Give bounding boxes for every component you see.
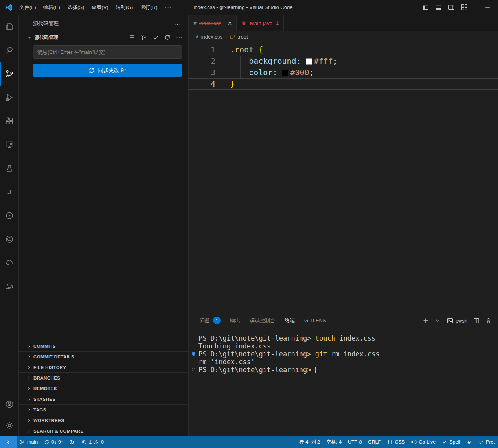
color-swatch-white[interactable] — [306, 58, 312, 65]
menu-item[interactable]: 运行(R) — [136, 2, 161, 13]
minimize-icon[interactable] — [484, 4, 491, 11]
gitlens-section-label: SEARCH & COMPARE — [33, 429, 84, 433]
gitlens-section-worktrees[interactable]: WORKTREES — [19, 415, 188, 426]
terminal-line[interactable]: PS D:\git\note\git-learning> touch index… — [189, 334, 498, 342]
gitlens-section-label: BRANCHES — [33, 376, 60, 380]
terminal-instance-item[interactable]: pwsh — [447, 317, 467, 324]
encoding-item[interactable]: UTF-8 — [345, 436, 365, 448]
code-line[interactable]: 1.root { — [189, 44, 498, 55]
command-decoration-dot[interactable] — [192, 352, 195, 356]
gitlens-section-tags[interactable]: TAGS — [19, 404, 188, 415]
problems-status-item[interactable]: 1 0 — [78, 436, 107, 448]
panel-tab-输出[interactable]: 输出 — [230, 313, 240, 328]
indentation-item[interactable]: 空格: 4 — [323, 436, 345, 448]
sync-status-item[interactable]: 0↓ 9↑ — [41, 436, 66, 448]
color-swatch-black[interactable] — [282, 70, 288, 76]
cloud-extension-icon[interactable] — [0, 275, 18, 298]
status-extension-icon[interactable] — [463, 436, 475, 448]
branch-status-item[interactable]: main — [17, 436, 41, 448]
scm-section-header[interactable]: 源代码管理 ··· — [19, 32, 188, 42]
commit-graph-status-item[interactable] — [66, 436, 78, 448]
source-control-icon[interactable] — [0, 62, 18, 86]
circle-extension-icon[interactable] — [0, 204, 18, 227]
sync-counts: 0↓ 9↑ — [51, 439, 63, 445]
eol-item[interactable]: CRLF — [365, 436, 384, 448]
breadcrumb-file[interactable]: index.css — [201, 34, 222, 40]
view-as-list-icon[interactable] — [129, 34, 135, 41]
breadcrumb-symbol[interactable]: .root — [238, 34, 248, 40]
settings-gear-icon[interactable] — [0, 415, 18, 436]
menu-item[interactable]: 转到(G) — [112, 2, 137, 13]
paw-icon — [467, 439, 472, 445]
tab-index-css[interactable]: # index.css × — [189, 15, 237, 31]
explorer-icon[interactable] — [0, 15, 18, 39]
token: background — [249, 56, 296, 66]
panel-tab-调试控制台[interactable]: 调试控制台 — [250, 313, 275, 328]
split-terminal-icon[interactable] — [473, 317, 480, 324]
refresh-icon[interactable] — [164, 34, 171, 41]
gitlens-section-remotes[interactable]: REMOTES — [19, 383, 188, 394]
tab-main-java[interactable]: Main.java 1 — [237, 15, 283, 31]
terminal-line[interactable]: rm 'index.css' — [189, 358, 498, 366]
extensions-icon[interactable] — [0, 109, 18, 133]
terminal-line[interactable]: Touching index.css — [189, 342, 498, 350]
code-line[interactable]: 2 background: #fff; — [189, 55, 498, 67]
terminal-line[interactable]: PS D:\git\note\git-learning> git rm inde… — [189, 350, 498, 358]
prettier-item[interactable]: Pret — [475, 436, 498, 448]
chevron-right-icon — [27, 365, 31, 370]
menu-item[interactable]: 选择(S) — [64, 2, 88, 13]
spell-checker-item[interactable]: Spell — [439, 436, 463, 448]
gitlens-section-stashes[interactable]: STASHES — [19, 394, 188, 404]
gitlens-section-file-history[interactable]: FILE HISTORY — [19, 362, 188, 372]
token — [254, 45, 258, 54]
terminal[interactable]: PS D:\git\note\git-learning> touch index… — [189, 328, 498, 436]
toggle-sidebar-icon[interactable] — [422, 4, 429, 11]
menu-item[interactable]: 编辑(E) — [40, 2, 64, 13]
command-decoration-circle[interactable] — [192, 368, 195, 371]
kill-terminal-trash-icon[interactable] — [485, 317, 492, 324]
terminal-text: PS D:\git\note\git-learning> — [198, 350, 315, 358]
close-icon[interactable]: × — [228, 20, 232, 27]
java-extension-icon[interactable]: J — [0, 180, 18, 204]
line-number: 3 — [189, 67, 215, 78]
gitlens-section-branches[interactable]: BRANCHES — [19, 372, 188, 383]
toggle-panel-icon[interactable] — [435, 4, 442, 11]
commit-graph-icon[interactable] — [141, 34, 147, 41]
panel-tab-终端[interactable]: 终端 — [285, 313, 295, 328]
account-icon[interactable] — [0, 394, 18, 415]
commit-check-icon[interactable] — [153, 34, 159, 41]
gitlens-section-search-compare[interactable]: SEARCH & COMPARE — [19, 426, 188, 436]
gitlens-section-commit-details[interactable]: COMMIT DETAILS — [19, 351, 188, 362]
testing-icon[interactable] — [0, 157, 18, 180]
menu-more-button[interactable]: ··· — [161, 4, 175, 11]
terminal-line[interactable]: PS D:\git\note\git-learning> — [189, 366, 498, 374]
new-terminal-icon[interactable] — [423, 317, 429, 324]
menu-item[interactable]: 文件(F) — [16, 2, 40, 13]
commit-message-input[interactable] — [33, 45, 182, 59]
launch-profile-chevron-icon[interactable] — [435, 317, 441, 324]
language-mode-item[interactable]: {} CSS — [384, 436, 408, 448]
scm-more-icon[interactable]: ··· — [176, 34, 183, 41]
toggle-secondary-sidebar-icon[interactable] — [448, 4, 455, 11]
remote-explorer-icon[interactable] — [0, 133, 18, 157]
gitlens-icon[interactable] — [0, 251, 18, 275]
panel-tab-问题[interactable]: 问题1 — [200, 313, 221, 328]
code-line[interactable]: 3 color: #000; — [189, 67, 498, 78]
search-icon[interactable] — [0, 39, 18, 62]
customize-layout-icon[interactable] — [461, 4, 468, 11]
chevron-right-icon — [27, 376, 31, 380]
go-live-item[interactable]: Go Live — [408, 436, 439, 448]
sidebar-more-actions-icon[interactable]: ··· — [174, 20, 181, 27]
gitlens-section-commits[interactable]: COMMITS — [19, 341, 188, 351]
cursor-position-item[interactable]: 行 4, 列 2 — [296, 436, 323, 448]
editor-code-area[interactable]: 1.root {2 background: #fff;3 color: #000… — [189, 42, 498, 313]
target-extension-icon[interactable] — [0, 227, 18, 251]
warning-icon — [94, 439, 99, 445]
run-debug-icon[interactable] — [0, 86, 18, 109]
code-line[interactable]: 4} — [189, 78, 498, 90]
sync-changes-button[interactable]: 同步更改 9↑ — [33, 64, 182, 77]
menu-item[interactable]: 查看(V) — [88, 2, 112, 13]
remote-indicator[interactable] — [0, 436, 17, 448]
panel-tab-GITLENS[interactable]: GITLENS — [304, 313, 326, 328]
title-bar: 文件(F)编辑(E)选择(S)查看(V)转到(G)运行(R) ··· index… — [0, 0, 498, 15]
